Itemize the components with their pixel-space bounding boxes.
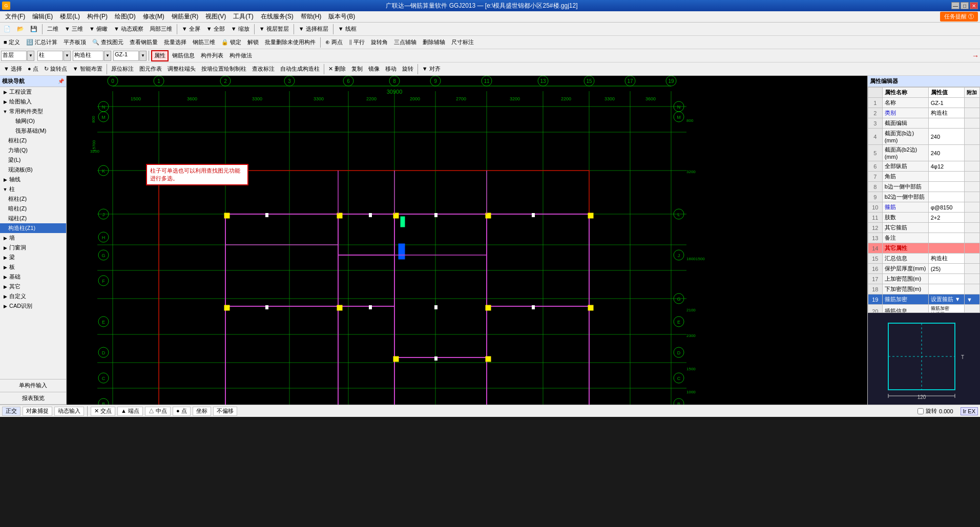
floor-combo[interactable]: 首层 ▼ xyxy=(1,51,34,61)
tb-zoom[interactable]: ▼ 缩放 xyxy=(228,24,252,35)
tb-lock[interactable]: 🔒 锁定 xyxy=(219,37,244,48)
tb-unlock[interactable]: 解锁 xyxy=(245,37,261,48)
tb-overhead[interactable]: ▼ 俯瞰 xyxy=(87,24,110,35)
sidebar-item-slab2[interactable]: ▶ 板 xyxy=(0,262,66,272)
expand-beam2[interactable]: ▶ xyxy=(2,255,8,261)
expand-foundation[interactable]: ▶ xyxy=(2,274,8,280)
status-point[interactable]: ● 点 xyxy=(173,407,191,416)
sidebar-item-slab[interactable]: 现浇板(B) xyxy=(0,165,66,175)
tb-fullscreen[interactable]: ▼ 全屏 xyxy=(179,24,203,35)
tb-batch-select[interactable]: 批量选择 xyxy=(161,37,189,48)
status-endpoint[interactable]: ▲ 端点 xyxy=(117,407,143,416)
sidebar-item-grid[interactable]: 轴网(O) xyxy=(0,116,66,126)
status-dynamic[interactable]: 动态输入 xyxy=(54,407,84,416)
sidebar-item-common[interactable]: ▼ 常用构件类型 xyxy=(0,107,66,116)
tb-draw-by-wall[interactable]: 按墙位置绘制制柱 xyxy=(199,64,249,75)
expand-cad[interactable]: ▶ xyxy=(2,303,8,309)
report-preview[interactable]: 报表预览 xyxy=(0,392,66,405)
tb-del-aux[interactable]: 删除辅轴 xyxy=(420,37,448,48)
type1-arrow[interactable]: ▼ xyxy=(64,51,71,61)
expand-other[interactable]: ▶ xyxy=(2,284,8,290)
menu-floor[interactable]: 楼层(L) xyxy=(57,11,83,22)
tb-three-point[interactable]: 三点辅轴 xyxy=(391,37,419,48)
tb-mirror[interactable]: 镜像 xyxy=(366,64,382,75)
sidebar-item-beam2[interactable]: ▶ 梁 xyxy=(0,252,66,262)
sidebar-item-axis[interactable]: ▶ 轴线 xyxy=(0,175,66,184)
type1-input[interactable]: 柱 xyxy=(37,51,63,61)
tb-select-layer[interactable]: ▼ 选择框层 xyxy=(296,24,331,35)
floor-input[interactable]: 首层 xyxy=(1,51,27,61)
tb-adjust-head[interactable]: 调整柱端头 xyxy=(165,64,198,75)
properties-scroll[interactable]: 属性名称 属性值 附加 1 名称 GZ-1 2 类别 构造 xyxy=(868,87,980,312)
tb-local3d[interactable]: 局部三维 xyxy=(147,24,175,35)
tb-property[interactable]: 属性 xyxy=(151,50,169,61)
status-cross[interactable]: ✕ 交点 xyxy=(91,407,115,416)
menu-draw[interactable]: 绘图(D) xyxy=(112,11,139,22)
expand-common[interactable]: ▼ xyxy=(2,109,8,115)
tb-3d[interactable]: ▼ 三维 xyxy=(62,24,86,35)
tb-find-element[interactable]: 🔍 查找图元 xyxy=(90,37,126,48)
tb-rebar-3d[interactable]: 钢筋三维 xyxy=(190,37,218,48)
tb-batch-delete[interactable]: 批量删除未使用构件 xyxy=(262,37,318,48)
tb-element-table[interactable]: 图元作表 xyxy=(137,64,164,75)
tb-align-top[interactable]: 平齐板顶 xyxy=(61,37,89,48)
status-nooffset[interactable]: 不偏移 xyxy=(213,407,237,416)
tb-point[interactable]: ● 点 xyxy=(25,64,41,75)
type1-combo[interactable]: 柱 ▼ xyxy=(37,51,71,61)
tb-layer-hide[interactable]: ▼ 视层暂层 xyxy=(257,24,291,35)
code-input[interactable]: GZ-1 xyxy=(113,51,139,61)
tb-rotate-angle[interactable]: 旋转角 xyxy=(368,37,390,48)
menu-help[interactable]: 帮助(H) xyxy=(298,11,325,22)
code-arrow[interactable]: ▼ xyxy=(139,51,147,61)
sidebar-item-other[interactable]: ▶ 其它 xyxy=(0,282,66,291)
status-snap[interactable]: 对象捕捉 xyxy=(23,407,52,416)
tb-element-method[interactable]: 构件做法 xyxy=(227,50,255,61)
single-element-input[interactable]: 单构件输入 xyxy=(0,380,66,392)
menu-online[interactable]: 在线服务(S) xyxy=(258,11,297,22)
sidebar-item-gzz[interactable]: 构造柱(Z1) xyxy=(0,223,66,233)
tb-define[interactable]: ■ 定义 xyxy=(1,37,23,48)
rotation-checkbox[interactable] xyxy=(918,408,924,414)
tb-site-note[interactable]: 原位标注 xyxy=(109,64,136,75)
code-combo[interactable]: GZ-1 ▼ xyxy=(113,51,147,61)
sidebar-item-project[interactable]: ▶ 工程设置 xyxy=(0,87,66,97)
sidebar-item-foundation[interactable]: ▶ 基础 xyxy=(0,272,66,282)
tb-wireframe[interactable]: ▼ 线框 xyxy=(336,24,359,35)
expand-column[interactable]: ▼ xyxy=(2,186,8,193)
expand-project[interactable]: ▶ xyxy=(2,89,8,95)
menu-modify[interactable]: 修改(M) xyxy=(140,11,168,22)
menu-edit[interactable]: 编辑(E) xyxy=(29,11,56,22)
tb-all[interactable]: ▼ 全部 xyxy=(204,24,227,35)
sidebar-pin[interactable]: 📌 xyxy=(58,78,64,84)
menu-file[interactable]: 文件(F) xyxy=(2,11,28,22)
tb-dynamic[interactable]: ▼ 动态观察 xyxy=(111,24,146,35)
tb-element-list[interactable]: 构件列表 xyxy=(198,50,226,61)
tb-move[interactable]: 移动 xyxy=(383,64,399,75)
status-zhengji[interactable]: 正交 xyxy=(2,407,20,416)
tb-rotate[interactable]: 旋转 xyxy=(400,64,416,75)
expand-wall[interactable]: ▶ xyxy=(2,235,8,241)
sidebar-item-door[interactable]: ▶ 门窗洞 xyxy=(0,243,66,252)
expand-slab2[interactable]: ▶ xyxy=(2,264,8,270)
menu-element[interactable]: 构件(P) xyxy=(84,11,111,22)
maximize-button[interactable]: □ xyxy=(961,2,969,9)
task-button[interactable]: 任务提醒 ① xyxy=(940,12,978,22)
tb-auto-gen[interactable]: 自动生成构造柱 xyxy=(278,64,322,75)
tb-open[interactable]: 📂 xyxy=(14,24,27,35)
tb-rotate-point[interactable]: ↻ 旋转点 xyxy=(41,64,70,75)
sidebar-item-shear-wall[interactable]: 力墙(Q) xyxy=(0,145,66,155)
tb-copy[interactable]: 复制 xyxy=(349,64,365,75)
expand-draw[interactable]: ▶ xyxy=(2,99,8,105)
tb-two-point[interactable]: ⊕ 两点 xyxy=(323,37,345,48)
tb-summary[interactable]: 🔢 汇总计算 xyxy=(24,37,60,48)
sidebar-item-column[interactable]: ▼ 柱 xyxy=(0,184,66,194)
floor-arrow[interactable]: ▼ xyxy=(27,51,34,61)
sidebar-item-dz[interactable]: 端柱(Z) xyxy=(0,214,66,223)
status-coord[interactable]: 坐标 xyxy=(193,407,211,416)
sidebar-item-wall[interactable]: ▶ 墙 xyxy=(0,233,66,243)
sidebar-item-raft[interactable]: 筏形基础(M) xyxy=(0,126,66,136)
menu-version[interactable]: 版本号(B) xyxy=(325,11,358,22)
close-button[interactable]: ✕ xyxy=(970,2,978,9)
status-midpoint[interactable]: △ 中点 xyxy=(145,407,171,416)
expand-door[interactable]: ▶ xyxy=(2,245,8,251)
